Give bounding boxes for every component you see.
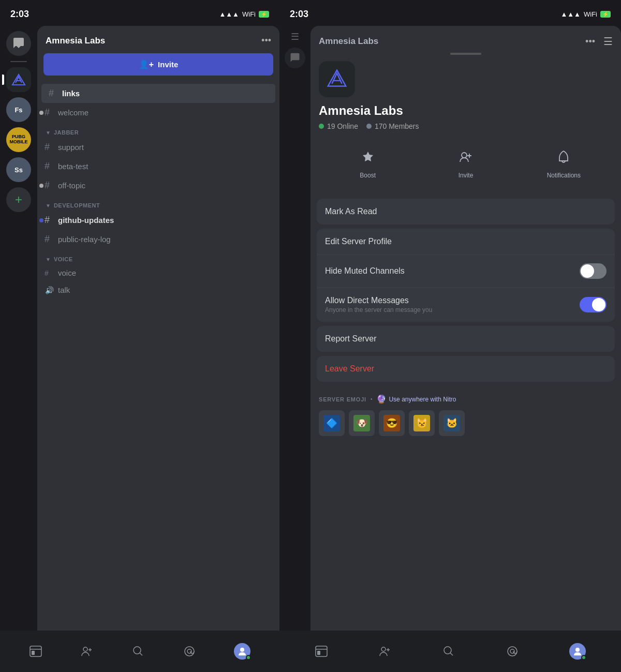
allow-dms-sub: Anyone in the server can message you — [325, 306, 580, 313]
profile-avatar — [234, 643, 250, 660]
hide-muted-toggle[interactable] — [580, 263, 607, 279]
svg-text:🐶: 🐶 — [356, 417, 368, 429]
right-status-icons: ▲▲▲ WiFi ⚡ — [560, 10, 611, 18]
notifications-icon — [552, 146, 575, 169]
server-menu-server-name: Amnesia Labs — [319, 36, 378, 47]
menu-section-1: Mark As Read — [317, 199, 615, 225]
sidebar-divider — [10, 61, 27, 62]
svg-rect-4 — [32, 651, 35, 655]
server-options-button[interactable]: ••• — [261, 35, 271, 46]
nitro-badge[interactable]: 🔮 Use anywhere with Nitro — [376, 394, 456, 404]
sidebar-item-pubg[interactable]: PUBGMOBILE — [6, 127, 31, 152]
menu-section-4: Leave Server — [317, 356, 615, 382]
sidebar-item-add[interactable]: + — [6, 187, 31, 212]
sidebar-item-fs[interactable]: Fs — [6, 97, 31, 122]
channel-list: Amnesia Labs ••• 👤+ Invite # links # wel… — [37, 26, 279, 631]
invite-button[interactable]: 👤+ Invite — [43, 53, 273, 76]
right-profile-avatar — [569, 643, 586, 660]
menu-section-3: Report Server — [317, 326, 615, 352]
left-main-content: Fs PUBGMOBILE Ss + Amnesia Labs ••• 👤+ I… — [0, 26, 279, 631]
hash-icon-beta: # — [45, 161, 54, 172]
svg-rect-24 — [317, 651, 320, 655]
category-voice[interactable]: ▼ VOICE — [37, 249, 279, 264]
right-nav-home[interactable] — [315, 645, 328, 658]
nav-home[interactable] — [29, 645, 42, 658]
channel-item-relay-log[interactable]: # public-relay-log — [37, 230, 279, 249]
channel-item-talk[interactable]: 🔊 talk — [37, 281, 279, 298]
right-online-dot — [581, 655, 586, 660]
emoji-item-5[interactable]: 🐱 — [439, 410, 465, 436]
menu-item-hide-muted[interactable]: Hide Muted Channels — [317, 255, 615, 288]
nav-search[interactable] — [131, 645, 145, 658]
online-dot-stat — [319, 124, 324, 129]
server-menu-panel: Amnesia Labs ••• ☰ — [310, 26, 621, 631]
boost-button[interactable]: Boost — [319, 141, 417, 184]
channel-item-beta-test[interactable]: # beta-test — [37, 157, 279, 176]
signal-icon: ▲▲▲ — [219, 10, 239, 18]
svg-point-29 — [575, 648, 580, 652]
hide-muted-knob — [581, 264, 594, 278]
menu-item-report[interactable]: Report Server — [317, 326, 615, 352]
channel-name-beta: beta-test — [58, 162, 88, 171]
server-logo — [319, 61, 355, 97]
sidebar-item-amnesia[interactable] — [6, 67, 31, 92]
channel-item-github[interactable]: # github-updates — [37, 211, 279, 230]
right-dm-icon[interactable] — [285, 48, 305, 68]
wifi-icon: WiFi — [242, 10, 256, 18]
server-name-large: Amnesia Labs — [319, 103, 613, 118]
nitro-icon: 🔮 — [376, 394, 387, 404]
server-logo-inner — [324, 66, 350, 92]
channel-scroll: # links # welcome ▼ JABBER # support — [37, 82, 279, 631]
nav-profile[interactable] — [234, 643, 250, 660]
server-menu-options[interactable]: ••• — [585, 36, 595, 47]
fs-label: Fs — [14, 106, 22, 114]
right-bottom-nav — [279, 631, 621, 672]
hide-muted-left: Hide Muted Channels — [325, 266, 580, 276]
nav-friends[interactable] — [80, 645, 94, 658]
emoji-item-2[interactable]: 🐶 — [349, 410, 375, 436]
emoji-item-3[interactable]: 😎 — [379, 410, 405, 436]
sidebar-item-dm[interactable] — [6, 31, 31, 56]
menu-item-edit-profile[interactable]: Edit Server Profile — [317, 229, 615, 255]
right-nav-friends[interactable] — [378, 645, 392, 658]
channel-item-support[interactable]: # support — [37, 138, 279, 157]
category-development[interactable]: ▼ DEVELOPMENT — [37, 195, 279, 211]
category-jabber[interactable]: ▼ JABBER — [37, 122, 279, 138]
menu-item-mark-as-read[interactable]: Mark As Read — [317, 199, 615, 225]
emoji-item-1[interactable]: 🔷 — [319, 410, 345, 436]
leave-label: Leave Server — [325, 364, 374, 374]
emoji-section: SERVER EMOJI • 🔮 Use anywhere with Nitro… — [310, 386, 621, 440]
category-arrow-dev: ▼ — [46, 203, 51, 208]
channel-item-off-topic[interactable]: # off-topic — [37, 176, 279, 195]
right-nav-search[interactable] — [442, 645, 455, 658]
right-nav-profile[interactable] — [569, 643, 586, 660]
channel-item-voice[interactable]: # voice — [37, 264, 279, 281]
server-menu-header: Amnesia Labs ••• ☰ — [310, 26, 621, 53]
menu-item-leave[interactable]: Leave Server — [317, 356, 615, 382]
report-label: Report Server — [325, 334, 377, 344]
invite-label: Invite — [158, 60, 178, 69]
channel-item-welcome[interactable]: # welcome — [37, 103, 279, 122]
right-hamburger-icon[interactable]: ☰ — [603, 35, 613, 48]
right-nav-mentions[interactable] — [506, 645, 519, 658]
channel-name-github: github-updates — [58, 216, 114, 225]
allow-dms-label: Allow Direct Messages — [325, 296, 580, 305]
nav-mentions[interactable] — [183, 645, 196, 658]
right-phone: 2:03 ▲▲▲ WiFi ⚡ ☰ Amnesia Labs ••• ☰ — [279, 0, 621, 672]
svg-text:🐱: 🐱 — [446, 417, 458, 429]
notifications-button[interactable]: Notifications — [515, 141, 613, 184]
mute-dot-off-topic — [39, 184, 43, 188]
menu-item-allow-dms[interactable]: Allow Direct Messages Anyone in the serv… — [317, 288, 615, 322]
right-wifi-icon: WiFi — [584, 10, 597, 18]
sidebar: Fs PUBGMOBILE Ss + — [0, 26, 37, 631]
emoji-item-4[interactable]: 😼 — [409, 410, 435, 436]
right-status-bar: 2:03 ▲▲▲ WiFi ⚡ — [279, 0, 621, 26]
sidebar-item-ss[interactable]: Ss — [6, 157, 31, 182]
allow-dms-toggle[interactable] — [580, 297, 607, 312]
boost-label: Boost — [360, 172, 376, 179]
invite-action-button[interactable]: Invite — [417, 141, 514, 184]
channel-item-links[interactable]: # links — [41, 84, 275, 103]
menu-icon[interactable]: ☰ — [291, 31, 299, 42]
emoji-section-header: SERVER EMOJI • 🔮 Use anywhere with Nitro — [319, 394, 613, 404]
svg-point-12 — [462, 153, 467, 158]
